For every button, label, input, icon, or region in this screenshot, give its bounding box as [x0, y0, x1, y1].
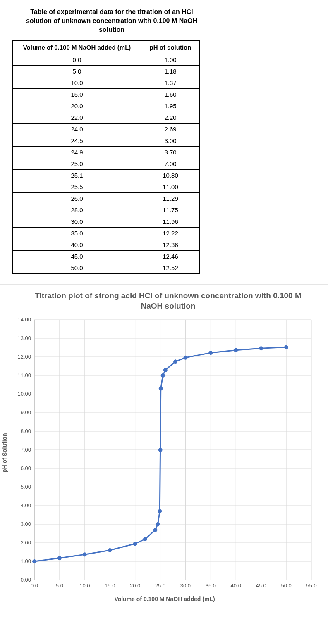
cell-volume: 30.0 — [13, 216, 141, 227]
data-point — [144, 537, 147, 541]
x-tick-label: 25.0 — [155, 582, 165, 589]
cell-ph: 11.96 — [141, 216, 200, 227]
x-tick-label: 50.0 — [281, 582, 291, 589]
y-tick-label: 9.00 — [21, 409, 31, 416]
x-tick-label: 10.0 — [79, 582, 90, 589]
cell-ph: 2.69 — [141, 123, 200, 135]
cell-volume: 26.0 — [13, 192, 141, 204]
table-header-row: Volume of 0.100 M NaOH added (mL) pH of … — [13, 40, 200, 54]
y-tick-label: 14.00 — [17, 316, 31, 323]
cell-volume: 24.5 — [13, 135, 141, 146]
data-point — [234, 348, 238, 352]
data-point — [184, 356, 187, 359]
table-row: 20.01.95 — [13, 100, 200, 112]
table-row: 50.012.52 — [13, 262, 200, 273]
cell-volume: 25.5 — [13, 181, 141, 192]
table-title: Table of experimental data for the titra… — [25, 7, 199, 34]
titration-chart: 0.001.002.003.004.005.006.007.008.009.00… — [3, 316, 322, 592]
table-row: 25.511.00 — [13, 181, 200, 192]
cell-volume: 25.1 — [13, 169, 141, 181]
col-header-ph: pH of solution — [141, 40, 200, 54]
x-tick-label: 5.0 — [56, 582, 63, 589]
data-table: Volume of 0.100 M NaOH added (mL) pH of … — [12, 40, 200, 274]
y-tick-label: 10.00 — [17, 391, 31, 397]
data-point — [161, 374, 165, 378]
cell-ph: 7.00 — [141, 158, 200, 169]
table-row: 5.01.18 — [13, 65, 200, 77]
data-point — [209, 351, 213, 355]
data-point — [156, 523, 160, 526]
y-tick-label: 5.00 — [21, 484, 31, 490]
cell-volume: 24.9 — [13, 146, 141, 158]
cell-volume: 28.0 — [13, 204, 141, 216]
table-row: 0.01.00 — [13, 54, 200, 65]
cell-ph: 3.00 — [141, 135, 200, 146]
cell-volume: 50.0 — [13, 262, 141, 273]
table-row: 30.011.96 — [13, 216, 200, 227]
data-point — [133, 542, 137, 546]
cell-ph: 10.30 — [141, 169, 200, 181]
table-row: 25.07.00 — [13, 158, 200, 169]
cell-ph: 12.22 — [141, 227, 200, 239]
cell-volume: 25.0 — [13, 158, 141, 169]
x-axis-label: Volume of 0.100 M NaOH added (mL) — [28, 596, 301, 602]
table-row: 24.02.69 — [13, 123, 200, 135]
table-row: 26.011.29 — [13, 192, 200, 204]
data-point — [158, 509, 162, 513]
x-tick-label: 0.0 — [31, 582, 38, 589]
table-row: 45.012.46 — [13, 250, 200, 262]
y-tick-label: 3.00 — [21, 521, 31, 527]
cell-volume: 10.0 — [13, 77, 141, 88]
data-point — [153, 528, 157, 532]
data-point — [83, 553, 86, 556]
table-row: 10.01.37 — [13, 77, 200, 88]
x-tick-label: 30.0 — [180, 582, 191, 589]
x-tick-label: 35.0 — [206, 582, 216, 589]
table-row: 24.53.00 — [13, 135, 200, 146]
section-divider — [0, 284, 328, 285]
data-point — [57, 556, 61, 560]
chart-title: Titration plot of strong acid HCl of unk… — [25, 290, 311, 311]
cell-volume: 5.0 — [13, 65, 141, 77]
cell-ph: 1.37 — [141, 77, 200, 88]
y-tick-label: 1.00 — [21, 558, 31, 564]
y-tick-label: 0.00 — [21, 577, 31, 583]
table-row: 28.011.75 — [13, 204, 200, 216]
cell-ph: 11.75 — [141, 204, 200, 216]
y-tick-label: 13.00 — [17, 335, 31, 341]
data-point — [259, 347, 263, 350]
cell-volume: 45.0 — [13, 250, 141, 262]
y-axis-label: pH of Solution — [1, 433, 8, 473]
y-tick-label: 11.00 — [17, 372, 31, 378]
x-tick-label: 40.0 — [231, 582, 241, 589]
data-point — [108, 549, 112, 552]
table-row: 22.02.20 — [13, 112, 200, 123]
y-tick-label: 8.00 — [21, 428, 31, 434]
cell-volume: 15.0 — [13, 88, 141, 100]
data-point — [163, 368, 167, 372]
cell-volume: 40.0 — [13, 239, 141, 250]
x-tick-label: 20.0 — [130, 582, 140, 589]
x-tick-label: 15.0 — [105, 582, 115, 589]
table-row: 35.012.22 — [13, 227, 200, 239]
cell-ph: 11.00 — [141, 181, 200, 192]
cell-volume: 0.0 — [13, 54, 141, 65]
y-tick-label: 7.00 — [21, 447, 31, 453]
cell-ph: 2.20 — [141, 112, 200, 123]
cell-volume: 20.0 — [13, 100, 141, 112]
table-row: 25.110.30 — [13, 169, 200, 181]
y-tick-label: 6.00 — [21, 465, 31, 471]
cell-ph: 1.60 — [141, 88, 200, 100]
y-tick-label: 12.00 — [17, 354, 31, 360]
data-point — [158, 448, 162, 452]
x-tick-label: 45.0 — [256, 582, 266, 589]
cell-ph: 11.29 — [141, 192, 200, 204]
chart-container: pH of Solution 0.001.002.003.004.005.006… — [3, 316, 328, 602]
cell-ph: 12.52 — [141, 262, 200, 273]
cell-volume: 22.0 — [13, 112, 141, 123]
table-row: 40.012.36 — [13, 239, 200, 250]
y-tick-label: 2.00 — [21, 539, 31, 546]
cell-ph: 1.18 — [141, 65, 200, 77]
table-row: 24.93.70 — [13, 146, 200, 158]
cell-ph: 3.70 — [141, 146, 200, 158]
